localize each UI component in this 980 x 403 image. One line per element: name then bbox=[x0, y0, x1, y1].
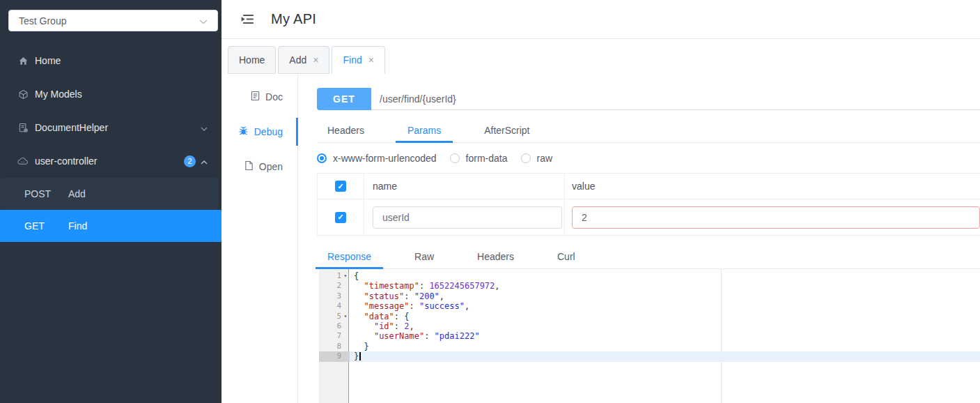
fold-spacer bbox=[341, 342, 350, 351]
main-panel: My API Home Add × Find × Doc bbox=[221, 0, 980, 403]
tab-curl[interactable]: Curl bbox=[557, 246, 575, 268]
fold-toggle-icon[interactable]: ▾ bbox=[341, 271, 350, 281]
row-checkbox-cell: ✓ bbox=[318, 199, 364, 235]
line-number: 1 bbox=[319, 271, 341, 281]
radio-x-www-form-urlencoded[interactable]: x-www-form-urlencoded bbox=[317, 153, 437, 164]
line-number: 9 bbox=[319, 351, 341, 361]
tab-label: Home bbox=[239, 54, 265, 66]
request-tabs: Headers Params AfterScript bbox=[317, 120, 980, 143]
http-method-button[interactable]: GET bbox=[317, 88, 371, 110]
page-title: My API bbox=[271, 11, 316, 27]
radio-label: form-data bbox=[466, 153, 508, 164]
tab-afterscript[interactable]: AfterScript bbox=[484, 120, 529, 142]
submenu-item-label: Find bbox=[68, 220, 87, 231]
code-line[interactable]: "userName": "pdai222" bbox=[350, 331, 980, 341]
cloud-icon bbox=[17, 155, 29, 167]
body-type-radios: x-www-form-urlencoded form-data raw bbox=[317, 150, 980, 167]
editor-line[interactable]: 2 "timestamp": 1652245657972, bbox=[319, 281, 980, 291]
radio-icon bbox=[317, 153, 327, 163]
tab-raw[interactable]: Raw bbox=[414, 246, 434, 268]
code-line[interactable]: } bbox=[350, 342, 980, 351]
tab-params[interactable]: Params bbox=[407, 120, 441, 142]
sidebar-item-home[interactable]: Home bbox=[0, 44, 221, 77]
line-number-cell: 8 bbox=[319, 342, 350, 351]
sidebar-item-label: My Models bbox=[35, 89, 208, 100]
nav-item-debug[interactable]: Debug bbox=[221, 114, 297, 149]
radio-raw[interactable]: raw bbox=[521, 153, 553, 164]
code-line[interactable]: } bbox=[350, 351, 980, 361]
radio-form-data[interactable]: form-data bbox=[450, 153, 508, 164]
line-number-cell: 3 bbox=[319, 291, 350, 301]
editor-line[interactable]: 5▾ "data": { bbox=[319, 312, 980, 321]
http-method-label: POST bbox=[24, 188, 68, 199]
url-input[interactable] bbox=[371, 88, 980, 110]
sidebar-submenu: POST Add GET Find bbox=[0, 178, 221, 242]
code-line[interactable]: "timestamp": 1652245657972, bbox=[350, 281, 980, 291]
chevron-down-icon bbox=[199, 15, 208, 26]
fold-spacer bbox=[341, 351, 350, 361]
submenu-item-add[interactable]: POST Add bbox=[0, 178, 219, 210]
code-line[interactable]: { bbox=[350, 271, 980, 281]
editor-line[interactable]: 4 "message": "success", bbox=[319, 301, 980, 311]
line-number: 2 bbox=[319, 281, 341, 291]
tab-content: Doc Debug Open GET bbox=[221, 74, 980, 403]
fold-spacer bbox=[341, 331, 350, 341]
editor-line[interactable]: 3 "status": "200", bbox=[319, 291, 980, 301]
view-switch-nav: Doc Debug Open bbox=[221, 74, 298, 403]
file-icon bbox=[244, 160, 254, 173]
fold-spacer bbox=[341, 281, 350, 291]
tab-find[interactable]: Find × bbox=[332, 46, 384, 74]
tab-label: Find bbox=[343, 54, 361, 66]
tab-response-headers[interactable]: Headers bbox=[477, 246, 514, 268]
line-number-cell: 5▾ bbox=[319, 312, 350, 321]
sidebar-item-label: DocumentHelper bbox=[35, 122, 201, 133]
editor-line[interactable]: 6 "id": 2, bbox=[319, 321, 980, 331]
column-header-value: value bbox=[565, 174, 980, 199]
tab-bar: Home Add × Find × bbox=[221, 39, 980, 74]
response-editor[interactable]: 1▾{2 "timestamp": 1652245657972,3 "statu… bbox=[319, 269, 980, 403]
editor-line[interactable]: 8 } bbox=[319, 342, 980, 351]
tab-response[interactable]: Response bbox=[327, 246, 371, 268]
sidebar-item-my-models[interactable]: My Models bbox=[0, 77, 221, 111]
select-all-checkbox[interactable]: ✓ bbox=[335, 181, 346, 192]
doc-icon bbox=[251, 91, 260, 103]
sidebar-fold-icon[interactable] bbox=[240, 13, 256, 26]
editor-line[interactable]: 7 "userName": "pdai222" bbox=[319, 331, 980, 341]
bug-icon bbox=[238, 126, 249, 138]
params-table-header: ✓ name value bbox=[318, 174, 980, 199]
group-select[interactable]: Test Group bbox=[8, 10, 218, 31]
sidebar-item-user-controller[interactable]: user-controller 2 bbox=[0, 144, 221, 178]
nav-item-open[interactable]: Open bbox=[221, 149, 297, 184]
nav-item-label: Debug bbox=[254, 126, 283, 137]
endpoint-count-badge: 2 bbox=[184, 155, 196, 167]
code-line[interactable]: "status": "200", bbox=[350, 291, 980, 301]
chevron-down-icon bbox=[201, 122, 208, 133]
code-line[interactable]: "data": { bbox=[350, 312, 980, 321]
line-number: 6 bbox=[319, 321, 341, 331]
sidebar-item-document-helper[interactable]: DocumentHelper bbox=[0, 111, 221, 144]
param-value-input[interactable] bbox=[572, 206, 980, 229]
close-tab-icon[interactable]: × bbox=[313, 55, 318, 65]
code-line[interactable]: "id": 2, bbox=[350, 321, 980, 331]
params-table: ✓ name value ✓ bbox=[317, 173, 980, 236]
nav-item-doc[interactable]: Doc bbox=[221, 79, 297, 114]
editor-line[interactable]: 9} bbox=[319, 351, 980, 361]
editor-line[interactable]: 1▾{ bbox=[319, 271, 980, 281]
param-name-cell bbox=[364, 199, 565, 235]
tab-label: Add bbox=[289, 54, 306, 66]
code-line[interactable]: "message": "success", bbox=[350, 301, 980, 311]
sidebar-item-label: Home bbox=[35, 55, 208, 66]
http-method-label: GET bbox=[24, 220, 68, 231]
group-select-value: Test Group bbox=[19, 15, 199, 26]
document-gear-icon bbox=[17, 122, 29, 133]
tab-home[interactable]: Home bbox=[228, 46, 276, 74]
close-tab-icon[interactable]: × bbox=[368, 55, 374, 65]
tab-headers[interactable]: Headers bbox=[327, 120, 364, 142]
fold-toggle-icon[interactable]: ▾ bbox=[341, 312, 350, 321]
tab-add[interactable]: Add × bbox=[278, 46, 329, 74]
submenu-item-find[interactable]: GET Find bbox=[0, 210, 221, 242]
line-number-cell: 7 bbox=[319, 331, 350, 341]
row-checkbox[interactable]: ✓ bbox=[335, 212, 346, 223]
param-name-input[interactable] bbox=[373, 206, 562, 229]
nav-item-label: Open bbox=[259, 161, 283, 172]
